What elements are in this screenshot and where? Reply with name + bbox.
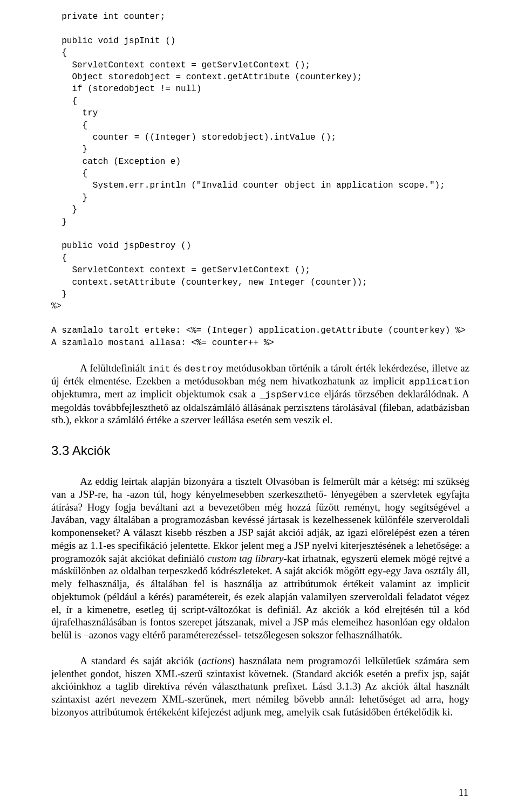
code-block: private int counter; public void jspInit… — [51, 11, 469, 349]
page-number: 11 — [459, 786, 468, 799]
code-inline-destroy: destroy — [185, 364, 223, 374]
text: -kat írhatnak, egyszerű elemek mögé rejt… — [51, 553, 469, 641]
code-inline-jspservice: _jspService — [260, 390, 320, 400]
text: objektumra, mert az implicit objektumok … — [51, 388, 260, 400]
italic-custom-tag: custom tag library — [207, 553, 283, 564]
page: private int counter; public void jspInit… — [0, 0, 518, 812]
text: A standard és saját akciók ( — [80, 655, 201, 666]
italic-actions: actions — [202, 655, 231, 666]
paragraph-akciok-1: Az eddig leírtak alapján bizonyára a tis… — [51, 475, 469, 642]
code-inline-init: init — [148, 364, 171, 374]
text: és — [171, 362, 185, 374]
paragraph-init-destroy: A felültdefiniált init és destroy metódu… — [51, 362, 469, 426]
paragraph-akciok-2: A standard és saját akciók (actions) has… — [51, 655, 469, 719]
text: Az eddig leírtak alapján bizonyára a tis… — [51, 476, 469, 564]
code-inline-application: application — [409, 377, 469, 387]
heading-akciok: 3.3 Akciók — [51, 443, 469, 459]
text: A felültdefiniált — [80, 362, 148, 374]
